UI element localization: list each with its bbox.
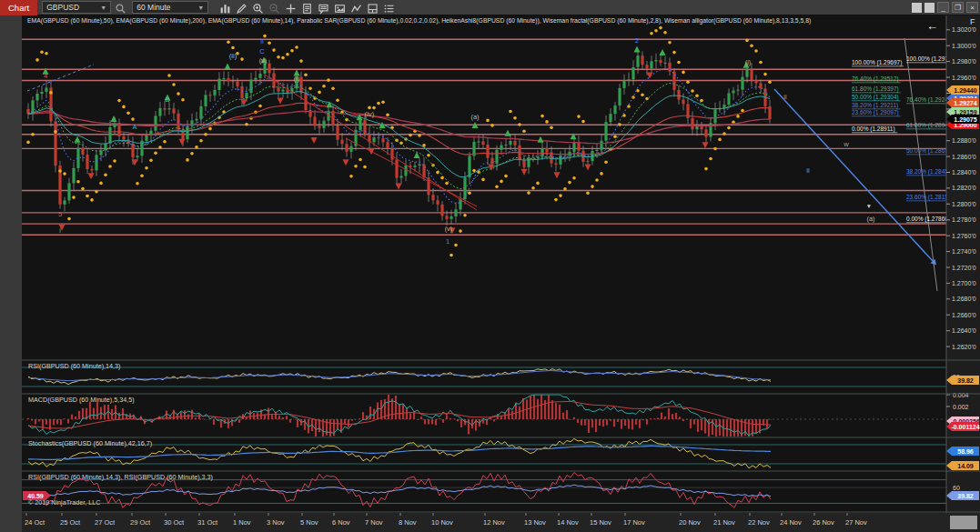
price-tick-label: 1.2860'0 <box>952 154 976 160</box>
fib-level-label: 100.00% (1.29697) <box>852 59 902 66</box>
price-tick-label: 1.2720'0 <box>952 265 976 271</box>
wave-annotation: B <box>165 95 169 104</box>
wave-annotation: w <box>843 140 849 148</box>
panel-tick-label: 0.002 <box>953 404 969 410</box>
date-label: 12 Nov <box>483 518 505 527</box>
search-icon[interactable] <box>115 2 127 14</box>
draw-icon[interactable] <box>236 2 248 14</box>
fib-level-label: 0.00% (1.27866) <box>906 216 950 223</box>
wave-annotation: 1 <box>446 237 450 246</box>
price-tick-label: 1.2880'0 <box>952 137 976 144</box>
wave-annotation: (v) <box>445 225 453 233</box>
instrument-value: GBPUSD <box>46 3 79 12</box>
fib-level-label: 50.00% (1.29304) <box>852 94 899 101</box>
price-tag-value: 1.29440 <box>954 87 976 94</box>
fib-level-label: 0.00% (1.28911) <box>852 125 895 133</box>
wave-annotation: ii <box>260 37 264 45</box>
panel-tick-label: 0.004 <box>953 392 969 398</box>
price-tag-value: 1.29274 <box>954 100 976 106</box>
wave-annotation: ▾ <box>867 202 871 210</box>
fib-level-label: 61.80% (1.29397) <box>852 85 899 93</box>
wave-annotation: 5 <box>58 210 62 218</box>
chart-tab[interactable]: Chart <box>0 0 37 15</box>
alert-note-icon[interactable] <box>318 2 330 14</box>
indicator-zigzag-icon[interactable] <box>350 2 363 14</box>
date-label: 25 Oct <box>60 518 81 527</box>
date-label: 27 Oct <box>95 518 116 527</box>
wave-annotation: A <box>132 123 136 131</box>
price-tick-label: 1.2800'0 <box>952 201 976 207</box>
price-tick-label: 1.2980'0 <box>952 58 976 65</box>
chart-style-icon[interactable] <box>219 2 232 14</box>
price-tick-label: 1.3020'0 <box>952 26 976 33</box>
wave-annotation: 4 <box>44 72 47 80</box>
window-tool-square[interactable] <box>912 3 922 13</box>
fib-level-label: 76.40% (1.29512) <box>852 75 899 83</box>
date-label: 20 Nov <box>679 518 701 527</box>
date-label: 21 Nov <box>713 518 735 527</box>
date-label: 10 Nov <box>431 518 453 527</box>
wave-annotation: ii <box>806 166 810 175</box>
price-tick-label: 1.2960'0 <box>952 75 976 81</box>
interval-select[interactable]: 60 Minute▼ <box>132 1 208 14</box>
date-label: 17 Nov <box>623 518 645 527</box>
date-label: 1 Nov <box>233 518 251 527</box>
wave-annotation: (ii) <box>229 52 237 60</box>
snapshot-icon[interactable] <box>334 2 347 14</box>
date-label: 30 Oct <box>164 518 185 527</box>
date-label: 7 Nov <box>365 518 383 527</box>
date-label: 22 Nov <box>748 518 770 527</box>
chevron-down-icon: ▼ <box>100 5 106 11</box>
price-tag-value: 39.82 <box>957 377 974 384</box>
price-tag-value: 1.29075 <box>954 116 976 123</box>
date-label: 8 Nov <box>399 518 417 527</box>
scroll-to-latest-arrow[interactable]: ← <box>926 19 938 33</box>
price-tick-label: 1.2840'0 <box>952 169 976 176</box>
left-gutter <box>0 15 22 532</box>
chart-tab-label: Chart <box>8 3 29 13</box>
axis-corner-box[interactable] <box>950 516 977 529</box>
price-tag-value: 58.96 <box>957 448 974 455</box>
price-tick-label: 1.2680'0 <box>952 296 976 302</box>
window-tool-square[interactable] <box>924 3 935 13</box>
date-label: 24 Nov <box>780 518 802 527</box>
ninjatrader-chart-window: 100.00% (1.29697)76.40% (1.29512)61.80% … <box>0 0 980 532</box>
instrument-select[interactable]: GBPUSD▼ <box>42 1 111 14</box>
panel-grid-icon[interactable] <box>367 2 379 14</box>
price-tick-label: 1.2780'0 <box>952 216 976 223</box>
date-label: 5 Nov <box>300 518 318 527</box>
date-label: 15 Nov <box>590 518 611 527</box>
interval-value: 60 Minute <box>136 3 170 12</box>
price-tag-value: 1.29159 <box>954 109 976 115</box>
report-icon[interactable] <box>301 2 314 14</box>
wave-annotation: 2 <box>635 36 639 45</box>
wave-annotation: (i) <box>294 75 300 83</box>
date-label: 13 Nov <box>524 518 546 527</box>
crosshair-add-icon[interactable] <box>285 2 298 14</box>
zoom-out-icon[interactable] <box>268 2 281 14</box>
price-tick-label: 1.2660'0 <box>952 312 976 318</box>
price-tick-label: 1.2620'0 <box>952 344 976 350</box>
fib-level-label: 23.60% (1.29097) <box>852 109 899 116</box>
wave-annotation: (iv) <box>365 110 375 118</box>
date-label: 3 Nov <box>267 518 285 527</box>
titlebar: Chart GBPUSD▼ 60 Minute▼ _ ❐ × <box>0 0 980 15</box>
price-tick-label: 1.2640'0 <box>952 327 976 334</box>
date-label: 29 Oct <box>130 518 151 527</box>
close-button[interactable]: × <box>966 2 978 13</box>
wave-annotation: ii <box>783 93 787 101</box>
wave-annotation: (a) <box>866 215 875 223</box>
date-label: 26 Nov <box>813 518 834 527</box>
zoom-in-icon[interactable] <box>252 2 265 14</box>
wave-annotation: (i) <box>745 58 752 66</box>
window-buttons: _ ❐ × <box>909 2 978 13</box>
chevron-down-icon: ▼ <box>197 5 204 11</box>
minimize-button[interactable]: _ <box>937 2 949 13</box>
price-tag-value: 14.09 <box>957 463 974 469</box>
restore-button[interactable]: ❐ <box>952 2 964 13</box>
chart-canvas: 100.00% (1.29697)76.40% (1.29512)61.80% … <box>0 0 980 532</box>
date-label: 31 Oct <box>197 518 218 527</box>
properties-list-icon[interactable] <box>383 2 396 14</box>
date-label: 27 Nov <box>845 518 867 527</box>
wave-annotation: (a) <box>470 113 480 121</box>
